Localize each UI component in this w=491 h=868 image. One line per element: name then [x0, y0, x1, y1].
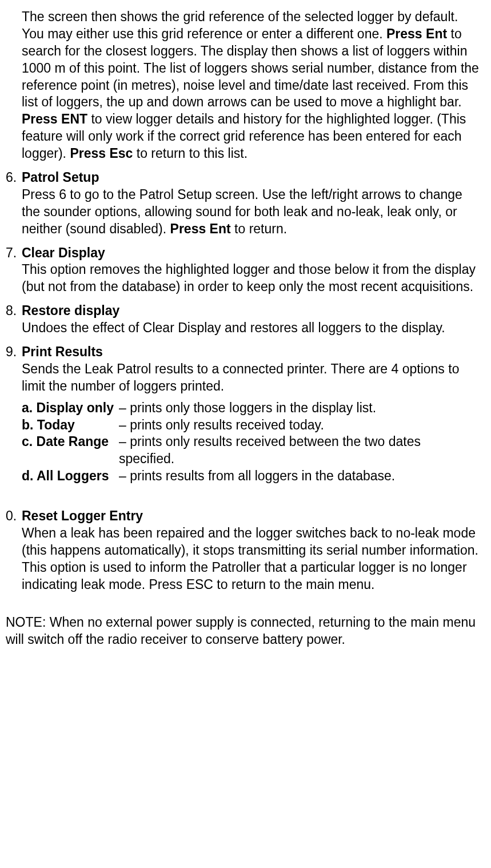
option-d-label: d. All Loggers — [22, 468, 119, 485]
option-c-label: c. Date Range — [22, 433, 119, 468]
item-7-body: This option removes the highlighted logg… — [22, 262, 476, 294]
intro-paragraph: The screen then shows the grid reference… — [6, 9, 480, 162]
item-7: 7. Clear Display This option removes the… — [6, 245, 480, 296]
item-9-number: 9. — [6, 344, 22, 485]
press-ent-2: Press ENT — [22, 112, 87, 126]
item-8-title: Restore display — [22, 303, 119, 318]
press-esc: Press Esc — [70, 146, 133, 161]
item-0: 0. Reset Logger Entry When a leak has be… — [6, 508, 480, 593]
option-d-desc: – prints results from all loggers in the… — [119, 468, 480, 485]
option-b-label: b. Today — [22, 417, 119, 434]
item-8: 8. Restore display Undoes the effect of … — [6, 302, 480, 337]
option-c-desc: – prints only results received between t… — [119, 433, 480, 468]
item-0-title: Reset Logger Entry — [22, 508, 143, 523]
item-8-body: Undoes the effect of Clear Display and r… — [22, 320, 445, 335]
item-0-body: When a leak has been repaired and the lo… — [22, 525, 478, 592]
item-7-number: 7. — [6, 245, 22, 296]
item-7-title: Clear Display — [22, 245, 105, 260]
item-6: 6. Patrol Setup Press 6 to go to the Pat… — [6, 169, 480, 238]
item-7-content: Clear Display This option removes the hi… — [22, 245, 480, 296]
option-b-desc: – prints only results received today. — [119, 417, 480, 434]
note-text: NOTE: When no external power supply is c… — [6, 614, 480, 648]
option-a-label: a. Display only — [22, 400, 119, 417]
item-9-content: Print Results Sends the Leak Patrol resu… — [22, 344, 480, 485]
item-6-title: Patrol Setup — [22, 170, 99, 185]
press-ent-1: Press Ent — [386, 26, 447, 41]
item-6-press-ent: Press Ent — [170, 221, 231, 236]
intro-content: The screen then shows the grid reference… — [22, 9, 480, 162]
item-8-number: 8. — [6, 302, 22, 337]
item-8-content: Restore display Undoes the effect of Cle… — [22, 302, 480, 337]
option-a-desc: – prints only those loggers in the displ… — [119, 400, 480, 417]
item-0-content: Reset Logger Entry When a leak has been … — [22, 508, 480, 593]
item-9: 9. Print Results Sends the Leak Patrol r… — [6, 344, 480, 485]
item-9-body: Sends the Leak Patrol results to a conne… — [22, 361, 459, 393]
item-6-number: 6. — [6, 169, 22, 238]
intro-number — [6, 9, 22, 162]
item-0-number: 0. — [6, 508, 22, 593]
page-number: 12 — [6, 865, 480, 868]
item-6-content: Patrol Setup Press 6 to go to the Patrol… — [22, 169, 480, 238]
intro-text-g: to return to this list. — [133, 146, 248, 161]
item-9-title: Print Results — [22, 344, 103, 359]
item-6-body-c: to return. — [231, 221, 287, 236]
option-a: a. Display only – prints only those logg… — [22, 400, 480, 485]
